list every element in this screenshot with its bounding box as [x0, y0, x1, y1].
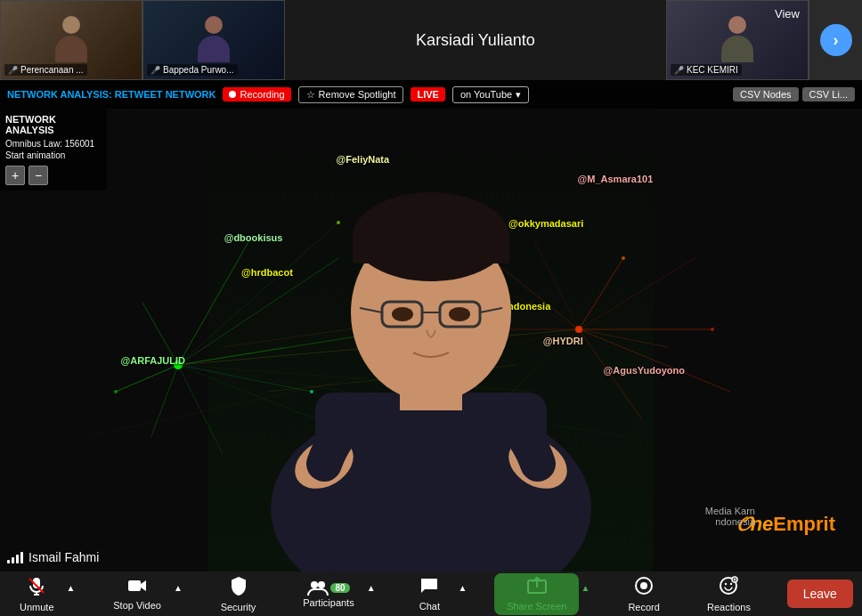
reactions-icon	[719, 576, 738, 600]
reactions-button[interactable]: Reactions	[696, 572, 761, 616]
security-button[interactable]: Security	[210, 572, 267, 616]
participants-group: 80 Participants ▲	[292, 576, 377, 612]
share-screen-chevron[interactable]: ▲	[579, 583, 591, 593]
stop-video-chevron[interactable]: ▲	[172, 583, 184, 593]
security-shield-icon	[230, 576, 248, 600]
presenter-name-badge: Ismail Fahmi	[7, 550, 99, 564]
csv-buttons-group: CSV Nodes CSV Li...	[733, 87, 855, 101]
youtube-button[interactable]: on YouTube ▾	[452, 86, 529, 103]
panel-title: NETWORK ANALYSIS	[5, 114, 102, 135]
left-analysis-panel: NETWORK ANALYSIS Omnibus Law: 156001 Sta…	[0, 109, 107, 190]
svg-point-60	[318, 581, 325, 588]
view-label: Zoom Meeting View	[775, 7, 800, 20]
mic-icon-3: 🎤	[674, 66, 684, 75]
network-label-arfajulid: @ARFAJULID	[121, 355, 185, 366]
mic-muted-icon	[27, 576, 46, 600]
svg-point-35	[711, 328, 714, 331]
svg-point-51	[449, 307, 470, 321]
participant-thumb-2[interactable]: 🎤 Bappeda Purwo...	[142, 0, 285, 80]
unmute-chevron[interactable]: ▲	[65, 583, 77, 593]
unmute-group: Unmute ▲	[9, 572, 77, 616]
stop-video-button[interactable]: Stop Video	[102, 574, 172, 614]
csv-nodes-button[interactable]: CSV Nodes	[733, 87, 798, 101]
share-screen-icon	[527, 577, 547, 599]
stop-video-group: Stop Video ▲	[102, 574, 184, 614]
csv-links-button[interactable]: CSV Li...	[802, 87, 855, 101]
share-screen-button[interactable]: Share Screen	[494, 573, 579, 615]
recording-badge: Recording	[223, 87, 290, 101]
participant-name-1: Perencanaan ...	[20, 65, 84, 75]
company-label: Media Karn ndonesia	[705, 506, 755, 527]
panel-minus-button[interactable]: −	[28, 166, 48, 185]
dropdown-icon: ▾	[516, 89, 521, 101]
top-participant-bar: 🎤 Perencanaan ... 🎤 Bappeda Purwo... Kar…	[0, 0, 862, 80]
svg-point-63	[640, 582, 647, 589]
svg-point-59	[311, 581, 318, 588]
participant-thumb-1[interactable]: 🎤 Perencanaan ...	[0, 0, 142, 80]
next-arrow-icon: ›	[820, 24, 852, 56]
signal-icon	[7, 551, 23, 563]
panel-buttons-group: + −	[5, 166, 102, 185]
mic-icon-2: 🎤	[150, 66, 160, 75]
svg-rect-58	[128, 580, 141, 591]
svg-rect-44	[353, 237, 509, 263]
record-dot-icon	[229, 91, 236, 98]
presenter-area	[208, 80, 654, 571]
svg-point-50	[392, 307, 413, 321]
participants-button[interactable]: 80 Participants	[292, 576, 364, 612]
mic-icon-1: 🎤	[8, 66, 18, 75]
screen-toolbar: NETWORK ANALYSIS: RETWEET NETWORK Record…	[0, 80, 862, 109]
chat-chevron[interactable]: ▲	[456, 583, 468, 593]
record-button[interactable]: Record	[617, 572, 671, 616]
chat-button[interactable]: Chat	[403, 573, 456, 615]
bottom-toolbar: Unmute ▲ Stop Video ▲ Security	[0, 571, 862, 616]
chat-group: Chat ▲	[403, 573, 468, 615]
svg-point-37	[114, 390, 118, 393]
network-analysis-label: NETWORK ANALYSIS: RETWEET NETWORK	[7, 89, 216, 100]
participants-chevron[interactable]: ▲	[365, 583, 378, 593]
chat-icon	[419, 577, 439, 599]
panel-plus-button[interactable]: +	[5, 166, 25, 185]
participant-name-2: Bappeda Purwo...	[163, 65, 234, 75]
panel-row-law: Omnibus Law: 156001	[5, 139, 102, 149]
spotlight-icon: ☆	[306, 89, 315, 101]
view-button[interactable]: ›	[809, 0, 862, 80]
svg-point-65	[725, 582, 727, 584]
participant-name-3: KEC KEMIRI	[687, 65, 738, 75]
remove-spotlight-button[interactable]: ☆ Remove Spotlight	[298, 86, 404, 103]
unmute-button[interactable]: Unmute	[9, 572, 65, 616]
leave-button[interactable]: Leave	[787, 580, 853, 608]
svg-point-66	[730, 582, 732, 584]
spotlight-name: Karsiadi Yulianto	[285, 31, 666, 50]
panel-row-animation: Start animation	[5, 150, 102, 160]
share-screen-group: Share Screen ▲	[494, 573, 591, 615]
live-badge: LIVE	[411, 87, 444, 101]
main-video-area: @okkymadasari @CNNIndonesia @hrdbacot @d…	[0, 80, 862, 571]
participants-icon: 80	[307, 580, 349, 596]
record-icon	[634, 576, 654, 600]
camera-icon	[127, 578, 147, 598]
